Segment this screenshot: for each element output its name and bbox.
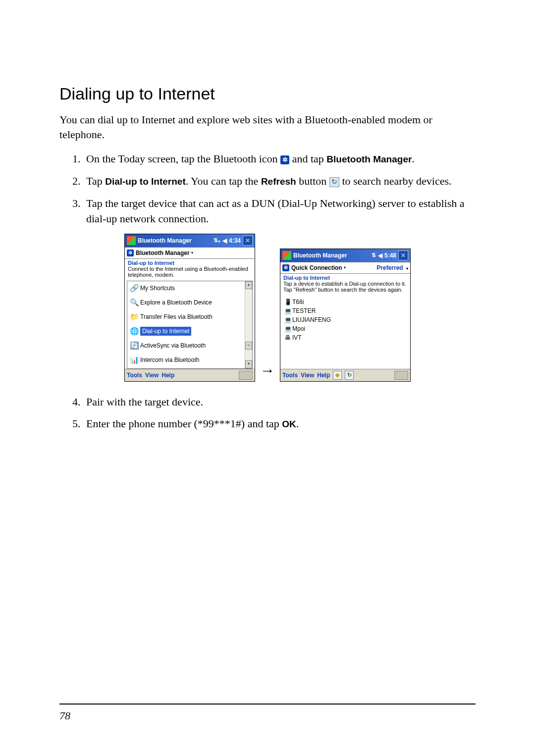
scroll-track[interactable] (245, 289, 252, 342)
list-item[interactable]: 🌐Dial-up to Internet (127, 324, 245, 339)
step-1: On the Today screen, tap the Bluetooth i… (83, 151, 476, 167)
scroll-track[interactable] (245, 350, 252, 360)
start-flag-icon (127, 236, 136, 245)
list-item-label: Intercom via Bluetooth (140, 356, 199, 363)
step-2-text-d: to search nearby devices. (339, 175, 452, 187)
toolbar-label-left[interactable]: Bluetooth Manager (136, 250, 190, 256)
device-row[interactable]: 💻LIUJIANFENG (283, 315, 407, 324)
intro-paragraph: You can dial up to Internet and explore … (59, 112, 476, 142)
list-item-label: Transfer Files via Bluetooth (140, 313, 213, 320)
scrollbar[interactable]: ▴ = ▾ (245, 281, 252, 368)
list-item[interactable]: 🔗My Shortcuts (127, 281, 245, 296)
time-left: 4:34 (229, 237, 241, 244)
screenshot-right: Bluetooth Manager ⇅ ◀ 5:48 ✕ ✲ Quick Con… (280, 249, 411, 382)
step-1-text-b: and tap (289, 152, 326, 165)
description-left: Dial-up to Internet Connect to the Inter… (125, 259, 255, 281)
desc-body-left: Connect to the Internet using a Bluetoot… (128, 266, 252, 278)
bottombar-right: Tools View Help ◆ ↻ (280, 369, 410, 381)
device-icon: 💻 (283, 307, 292, 314)
step-3: Tap the target device that can act as a … (83, 196, 476, 227)
menu-tools[interactable]: Tools (127, 372, 142, 379)
section-heading: Dialing up to Internet (59, 84, 476, 103)
screenshots-row: Bluetooth Manager ⇅ₓ ◀ 4:34 ✕ ✲ Bluetoot… (59, 234, 476, 382)
chevron-down-icon: ▾ (344, 265, 346, 270)
list-item-icon: 🔍 (128, 298, 140, 307)
list-area-left: 🔗My Shortcuts🔍Explore a Bluetooth Device… (127, 281, 253, 369)
steps-list-continued: Pair with the target device. Enter the p… (59, 395, 476, 432)
bluetooth-icon: ✲ (282, 264, 289, 271)
bluetooth-icon: ✲ (127, 250, 134, 256)
list-item[interactable]: 🔄ActiveSync via Bluetooth (127, 339, 245, 353)
close-icon[interactable]: ✕ (243, 236, 253, 246)
step-4: Pair with the target device. (83, 395, 476, 410)
device-list: 📱T68i💻TESTER💻LIUJIANFENG💻Mpoi🖶IVT (280, 296, 410, 369)
list-item-icon: 📁 (128, 312, 140, 321)
step-2-text-a: Tap (86, 175, 105, 187)
device-label: Mpoi (292, 325, 305, 332)
close-icon[interactable]: ✕ (398, 251, 408, 260)
toolbar-left: ✲ Bluetooth Manager ▾ (125, 247, 255, 259)
device-row[interactable]: 💻TESTER (283, 306, 407, 315)
keyboard-icon[interactable] (394, 371, 408, 380)
desc-body-right: Tap a device to establish a Dial-up conn… (283, 281, 407, 293)
titlebar-left: Bluetooth Manager ⇅ₓ ◀ 4:34 ✕ (125, 234, 255, 247)
start-flag-icon (282, 251, 291, 260)
speaker-icon: ◀ (222, 237, 227, 244)
desc-head-left: Dial-up to Internet (128, 260, 252, 266)
arrow-icon: → (260, 362, 275, 382)
menu-tools[interactable]: Tools (282, 372, 298, 379)
step-2-text-c: button (296, 175, 329, 187)
list-item-label: Explore a Bluetooth Device (140, 299, 212, 306)
ok-label: OK (282, 419, 296, 429)
chevron-down-icon: ▾ (406, 266, 408, 271)
keyboard-icon[interactable] (239, 371, 253, 380)
chevron-down-icon: ▾ (191, 251, 193, 255)
step-1-text-a: On the Today screen, tap the Bluetooth i… (86, 152, 280, 165)
list-item-label: ActiveSync via Bluetooth (140, 342, 206, 349)
bluetooth-manager-label: Bluetooth Manager (326, 154, 412, 164)
device-row[interactable]: 💻Mpoi (283, 324, 407, 333)
title-left: Bluetooth Manager (138, 237, 214, 244)
bottombar-left: Tools View Help (125, 369, 255, 381)
footer-rule (59, 704, 476, 705)
scroll-up-button[interactable]: ▴ (245, 281, 252, 289)
speaker-icon: ◀ (378, 252, 382, 259)
list-item-icon: 🔄 (128, 341, 140, 350)
refresh-icon: ↻ (329, 177, 339, 187)
list-item[interactable]: 🔍Explore a Bluetooth Device (127, 296, 245, 310)
device-row[interactable]: 📱T68i (283, 298, 407, 306)
menu-view[interactable]: View (145, 372, 159, 379)
menu-view[interactable]: View (301, 372, 314, 379)
toolbar-label-right[interactable]: Quick Connection (291, 264, 342, 271)
titlebar-right: Bluetooth Manager ⇅ ◀ 5:48 ✕ (280, 249, 410, 262)
device-row[interactable]: 🖶IVT (283, 333, 407, 342)
scroll-down-button[interactable]: ▾ (245, 360, 252, 368)
refresh-icon[interactable]: ↻ (345, 371, 354, 380)
preferred-dropdown[interactable]: Preferred ▾ (376, 264, 408, 271)
refresh-label: Refresh (261, 176, 296, 187)
step-5-end: . (296, 417, 299, 430)
menu-help[interactable]: Help (317, 372, 330, 379)
list-item-label: Dial-up to Internet (140, 327, 191, 336)
screenshot-left: Bluetooth Manager ⇅ₓ ◀ 4:34 ✕ ✲ Bluetoot… (124, 234, 255, 382)
device-label: T68i (292, 299, 304, 305)
device-icon: 💻 (283, 325, 292, 332)
list-item-icon: 🔗 (128, 284, 140, 293)
step-1-end: . (412, 152, 415, 165)
list-item[interactable]: 📁Transfer Files via Bluetooth (127, 310, 245, 324)
scroll-thumb[interactable]: = (245, 342, 252, 350)
stop-icon[interactable]: ◆ (333, 371, 342, 380)
steps-list: On the Today screen, tap the Bluetooth i… (59, 151, 476, 226)
list-item-icon: 📊 (128, 355, 140, 364)
menu-help[interactable]: Help (161, 372, 174, 379)
page-number: 78 (59, 709, 70, 722)
step-5-text-a: Enter the phone number (*99***1#) and ta… (86, 417, 282, 430)
list-item-icon: 🌐 (128, 327, 140, 336)
device-icon: 🖶 (283, 334, 292, 341)
bluetooth-icon: ✲ (280, 155, 289, 164)
signal-icon: ⇅ₓ (214, 237, 220, 244)
title-right: Bluetooth Manager (293, 252, 372, 259)
list-item[interactable]: 📊Intercom via Bluetooth (127, 353, 245, 367)
device-label: TESTER (292, 307, 316, 314)
step-2-text-b: . You can tap the (186, 175, 261, 187)
